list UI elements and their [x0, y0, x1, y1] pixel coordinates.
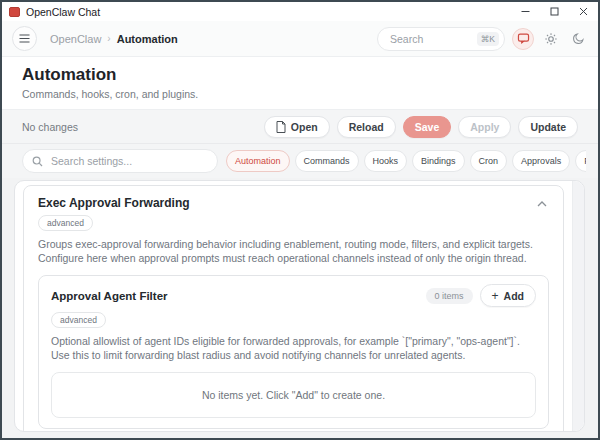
breadcrumb: OpenClaw › Automation: [50, 33, 178, 45]
category-tabs: Automation Commands Hooks Bindings Cron …: [226, 150, 586, 172]
settings-content: Exec Approval Forwarding advanced Groups…: [2, 178, 598, 438]
settings-search-input[interactable]: [49, 154, 209, 168]
page-title: Automation: [22, 65, 578, 85]
chat-bubble-icon: [517, 32, 530, 45]
plus-icon: +: [492, 289, 499, 303]
breadcrumb-parent[interactable]: OpenClaw: [50, 33, 101, 45]
global-search-input[interactable]: [388, 32, 477, 46]
sun-icon: [544, 32, 558, 46]
changes-status: No changes: [22, 121, 78, 133]
exec-card-header: Exec Approval Forwarding: [38, 195, 549, 210]
advanced-badge: advanced: [38, 215, 93, 231]
open-button-label: Open: [291, 121, 318, 133]
app-window: OpenClaw Chat OpenClaw › Automation ⌘: [0, 0, 600, 440]
approval-agent-filter-card: Approval Agent Filter 0 items + Add adva…: [38, 275, 549, 428]
document-icon: [276, 121, 286, 133]
global-search[interactable]: ⌘K: [377, 27, 505, 51]
actions-toolbar: No changes Open Reload Save Apply Update: [2, 110, 598, 144]
search-shortcut-badge: ⌘K: [477, 32, 499, 46]
light-theme-button[interactable]: [541, 29, 561, 49]
page-header: Automation Commands, hooks, cron, and pl…: [2, 57, 598, 110]
tab-hooks[interactable]: Hooks: [364, 150, 408, 172]
minimize-button[interactable]: [511, 2, 540, 21]
tab-approvals[interactable]: Approvals: [512, 150, 570, 172]
appbar: OpenClaw › Automation ⌘K: [2, 21, 598, 57]
breadcrumb-separator-icon: ›: [107, 33, 110, 44]
agent-filter-header: Approval Agent Filter 0 items + Add: [51, 284, 536, 307]
tab-automation[interactable]: Automation: [226, 150, 290, 172]
items-count-badge: 0 items: [426, 288, 473, 304]
tab-bindings[interactable]: Bindings: [412, 150, 465, 172]
agent-filter-actions: 0 items + Add: [426, 284, 536, 307]
close-button[interactable]: [569, 2, 598, 21]
agent-filter-title: Approval Agent Filter: [51, 290, 168, 302]
settings-scroll-area: Exec Approval Forwarding advanced Groups…: [15, 181, 572, 432]
app-logo-icon: [9, 7, 20, 17]
exec-card-title: Exec Approval Forwarding: [38, 196, 190, 210]
exec-approval-forwarding-card: Exec Approval Forwarding advanced Groups…: [23, 185, 564, 432]
save-button[interactable]: Save: [403, 116, 452, 138]
page-subtitle: Commands, hooks, cron, and plugins.: [22, 88, 578, 100]
hamburger-icon: [19, 34, 30, 43]
maximize-button[interactable]: [540, 2, 569, 21]
toolbar-buttons: Open Reload Save Apply Update: [264, 116, 578, 138]
appbar-actions: ⌘K: [377, 27, 588, 51]
empty-state: No items yet. Click "Add" to create one.: [51, 372, 536, 418]
filter-bar: Automation Commands Hooks Bindings Cron …: [2, 144, 598, 178]
empty-state-message: No items yet. Click "Add" to create one.: [202, 389, 385, 401]
scrollbar-track[interactable]: [572, 181, 584, 431]
breadcrumb-current: Automation: [117, 33, 178, 45]
magnifier-icon: [32, 156, 43, 167]
titlebar: OpenClaw Chat: [2, 2, 598, 21]
exec-card-description: Groups exec-approval forwarding behavior…: [38, 238, 549, 265]
settings-search[interactable]: [22, 149, 218, 173]
tab-plugins[interactable]: Plugins: [575, 150, 586, 172]
open-button[interactable]: Open: [264, 116, 330, 138]
hamburger-menu-button[interactable]: [12, 26, 37, 51]
tab-commands[interactable]: Commands: [295, 150, 359, 172]
add-item-button[interactable]: + Add: [480, 284, 536, 307]
chevron-up-icon: [537, 201, 547, 207]
tab-cron[interactable]: Cron: [470, 150, 508, 172]
collapse-section-button[interactable]: [535, 195, 549, 210]
agent-filter-description: Optional allowlist of agent IDs eligible…: [51, 335, 536, 362]
moon-icon: [572, 32, 585, 45]
reload-button[interactable]: Reload: [337, 116, 396, 138]
dark-theme-button[interactable]: [568, 29, 588, 49]
window-controls: [511, 2, 598, 21]
window-title: OpenClaw Chat: [26, 6, 100, 18]
advanced-badge: advanced: [51, 312, 106, 328]
update-button[interactable]: Update: [518, 116, 578, 138]
add-button-label: Add: [504, 290, 524, 302]
chat-toggle-button[interactable]: [512, 28, 534, 50]
settings-panel: Exec Approval Forwarding advanced Groups…: [14, 180, 585, 432]
apply-button[interactable]: Apply: [458, 116, 511, 138]
